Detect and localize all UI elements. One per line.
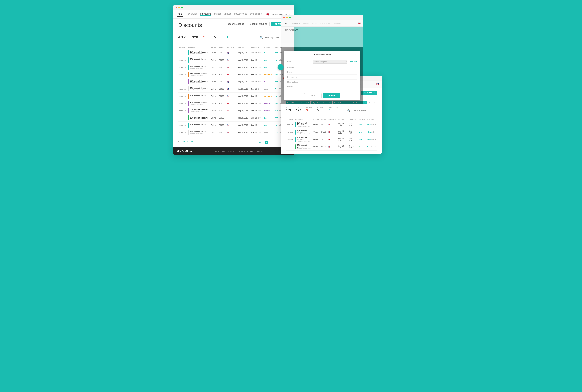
bottom-stat-ending: ENDING 9 <box>306 107 312 112</box>
footer-link-contact[interactable]: CONTACT <box>257 150 264 152</box>
af-filter-button[interactable]: FILTER <box>323 93 340 98</box>
action-bar: BOOST DISCOUNT ORDER FEATURED + CREATE N… <box>225 22 289 26</box>
af-add-item-button[interactable]: + Add Item <box>348 61 357 63</box>
order-featured-button[interactable]: ORDER FEATURED <box>248 22 270 26</box>
cell-class-4: Online <box>210 78 218 86</box>
bottom-edit-link-0[interactable]: Edit <box>371 124 374 126</box>
bottom-col-actions: Actions <box>366 118 377 121</box>
boost-discount-button[interactable]: BOOST DISCOUNT <box>225 22 247 26</box>
items-per-page: Items: 30 | 50 | 100 <box>178 140 193 142</box>
footer-link-about[interactable]: ABOUT <box>221 150 227 152</box>
fab-filter-button[interactable]: ⇄ <box>278 64 284 70</box>
window-titlebar <box>173 5 294 10</box>
cell-brand-6: TOPMAN <box>178 92 187 100</box>
pagination-prev[interactable]: ‹ <box>263 142 264 144</box>
table-row: TOPMAN 30% student discount on full pric… <box>178 78 289 86</box>
bottom-cell-actions-3: View Edit ▾ <box>366 143 377 150</box>
bottom-more-icon-3[interactable]: ▾ <box>375 146 376 148</box>
bottom-view-link-2[interactable]: View <box>367 139 371 140</box>
modal-bg-title: Discounts <box>284 28 361 32</box>
bottom-create-button[interactable]: + CREATE NEW <box>361 91 377 95</box>
footer-link-home[interactable]: HOME <box>214 150 219 152</box>
footer-link-careers[interactable]: CAREERS <box>247 150 255 152</box>
footer-link-privacy[interactable]: PRIVACY <box>228 150 236 152</box>
page-10[interactable]: 10 <box>265 141 268 144</box>
stat-discounts: DISCOUNTS 4.1k <box>178 33 187 40</box>
view-link-0[interactable]: View <box>275 52 278 54</box>
modal-window: SB DISCOUNTS BRANDS VENUES COLLECTIONS C… <box>281 15 363 104</box>
view-link-8[interactable]: View <box>275 110 278 112</box>
view-link-9[interactable]: View <box>275 117 278 119</box>
col-class: Class <box>210 45 218 49</box>
cell-codes-8: 20,000 <box>218 107 226 114</box>
cell-class-5: Online <box>210 86 218 92</box>
minimize-dot[interactable] <box>179 7 180 8</box>
bottom-cell-status-2: Live <box>358 136 366 143</box>
close-dot[interactable] <box>176 7 177 8</box>
bottom-edit-link-1[interactable]: Edit <box>371 131 374 133</box>
page-11[interactable]: 11 <box>269 141 272 144</box>
view-link-4[interactable]: View <box>275 81 278 82</box>
view-link-10[interactable]: View <box>275 124 278 126</box>
bottom-search-input[interactable] <box>352 109 377 112</box>
view-link-11[interactable]: View <box>275 132 278 133</box>
cell-brand-11: TOPMAN <box>178 129 187 136</box>
cell-codes-10: 20,000 <box>218 122 226 129</box>
af-filter-description[interactable]: Description <box>287 75 357 80</box>
cell-codes-4: 20,000 <box>218 78 226 86</box>
clear-all-button[interactable]: Clear all <box>369 102 375 104</box>
pagination-first[interactable]: First <box>259 142 262 144</box>
af-filter-dates[interactable]: Dates <box>287 70 357 75</box>
stats-row: DISCOUNTS 4.1k LIVE 320 ENDING 9 BOOSTED… <box>178 33 289 42</box>
stats-bar: DISCOUNTS 4.1k LIVE 320 ENDING 9 BOOSTED… <box>178 33 235 40</box>
af-close-button[interactable]: ✕ <box>355 53 357 56</box>
cell-live-on-3: Aug 18, 2016 <box>237 71 250 78</box>
cell-live-on-2: Aug 18, 2016 <box>237 64 250 71</box>
nav-categories[interactable]: CATEGORIES <box>250 13 262 16</box>
bottom-edit-link-3[interactable]: Edit <box>371 146 374 148</box>
bottom-cell-actions-0: View Edit ▾ <box>366 121 377 128</box>
bottom-stat-live: LIVE 122 <box>296 107 301 112</box>
af-filter-main-category[interactable]: Main Category <box>287 80 357 84</box>
nav-collections[interactable]: COLLECTIONS <box>234 13 247 16</box>
af-save-select[interactable]: Select an option... <box>313 60 347 64</box>
modal-expand-dot[interactable] <box>289 17 291 18</box>
bottom-table-header-row: Brand Discount Class Codes Country Live … <box>286 118 377 121</box>
cell-class-2: Online <box>210 64 218 71</box>
view-link-5[interactable]: View <box>275 88 278 90</box>
cell-brand-8: TOPMAN <box>178 107 187 114</box>
bottom-view-link-0[interactable]: View <box>367 124 371 126</box>
bottom-cell-discount-0: 15% student discount on full price items… <box>294 121 312 128</box>
modal-minimize-dot[interactable] <box>286 17 288 18</box>
cell-country-2: 🇬🇧 <box>226 64 237 71</box>
col-brand: Brand <box>178 45 187 49</box>
view-link-7[interactable]: View <box>275 102 278 104</box>
logo: SB <box>177 12 183 17</box>
af-filter-country[interactable]: Country <box>287 65 357 70</box>
modal-close-dot[interactable] <box>283 17 285 18</box>
af-filter-status[interactable]: Status <box>287 84 357 89</box>
cell-brand-5: TOPMAN <box>178 86 187 92</box>
bottom-view-link-1[interactable]: View <box>367 131 371 133</box>
bottom-more-icon-1[interactable]: ▾ <box>375 131 376 133</box>
bottom-stat-codes-low: CODES LOW 1 <box>329 107 338 112</box>
view-link-6[interactable]: View <box>275 95 278 97</box>
bottom-view-link-3[interactable]: View <box>367 146 371 148</box>
bottom-more-icon-2[interactable]: ▾ <box>375 138 376 140</box>
tag-brands-remove[interactable]: ✕ <box>365 102 366 104</box>
nav-brands[interactable]: BRANDS <box>214 13 221 16</box>
view-link-3[interactable]: View <box>275 74 278 75</box>
nav-overview[interactable]: OVERVIEW <box>188 13 198 16</box>
nav-venues[interactable]: VENUES <box>224 13 231 16</box>
bottom-table-body: TOPMAN 15% student discount on full pric… <box>286 121 377 150</box>
bottom-cell-status-1: Live <box>358 128 366 136</box>
table-row: TOPMAN 15% student discount on full pric… <box>178 86 289 92</box>
view-link-1[interactable]: View <box>275 59 278 61</box>
page-25[interactable]: 25 <box>276 141 279 144</box>
bottom-more-icon-0[interactable]: ▾ <box>375 124 376 126</box>
af-clear-button[interactable]: CLEAR <box>304 93 321 98</box>
footer-link-tsc[interactable]: T'S & C'S <box>238 150 245 152</box>
expand-dot[interactable] <box>181 7 183 8</box>
nav-discounts[interactable]: DISCOUNTS <box>200 13 211 16</box>
bottom-edit-link-2[interactable]: Edit <box>371 139 374 140</box>
